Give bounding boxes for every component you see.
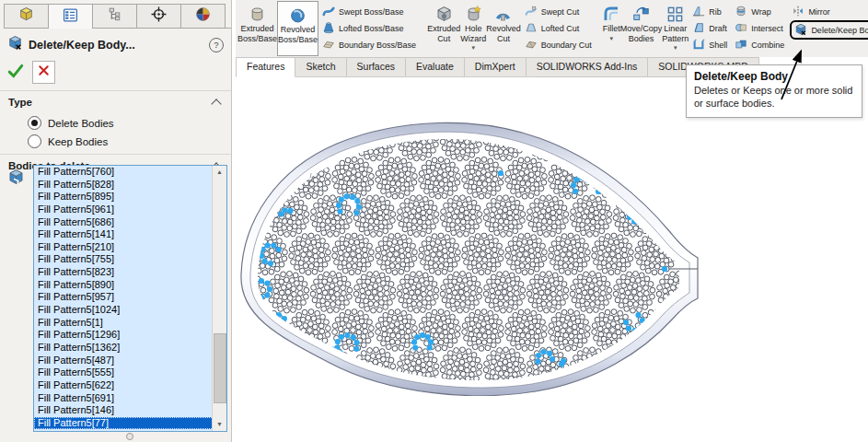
manager-tab-configuration-manager[interactable] [92,4,137,28]
intersect-icon [735,21,747,36]
type-section-header[interactable]: Type [0,91,231,111]
scrollbar-thumb[interactable] [214,333,226,403]
mirror-button[interactable]: Mirror [790,4,868,19]
cancel-button[interactable] [32,61,55,84]
list-scrollbar[interactable]: ▲ ▼ [212,166,226,431]
list-item[interactable]: Fill Pattern5[1362] [34,342,226,355]
list-item[interactable]: Fill Pattern5[1024] [34,304,226,317]
hole-wizard-button[interactable]: HoleWizard ▾ [460,1,486,56]
list-item[interactable]: Fill Pattern5[622] [34,379,226,392]
ok-button[interactable] [7,63,24,83]
type-section-title: Type [8,97,32,108]
combine-button[interactable]: Combine [733,37,786,52]
solid-body-icon [7,169,25,190]
delete-keep-body-button[interactable]: Delete/Keep Body [790,20,868,40]
list-item[interactable]: Fill Pattern5[823] [34,266,226,279]
tab-dimxpert[interactable]: DimXpert [464,57,527,77]
button-label: Lofted Cut [541,24,580,33]
radio-delete-bodies[interactable]: Delete Bodies [28,116,231,130]
list-item[interactable]: Fill Pattern5[141] [34,228,226,241]
tab-solidworks-add-ins[interactable]: SOLIDWORKS Add-Ins [526,57,649,77]
mirror-icon [792,5,804,19]
list-item[interactable]: Fill Pattern5[828] [34,179,226,192]
manager-tab-display-manager[interactable] [180,4,226,28]
swept-cut-button[interactable]: Swept Cut [523,4,594,19]
linear-pattern-icon [666,4,684,24]
manager-tab-feature-manager[interactable] [4,4,49,28]
draft-icon [692,21,705,36]
fillet-icon [603,4,620,24]
collapse-chevron-icon [211,99,221,109]
list-item[interactable]: Fill Pattern5[487] [34,355,226,367]
command-manager-tabs: FeaturesSketchSurfacesEvaluateDimXpertSO… [236,57,758,76]
delete-keep-body-icon [7,35,23,54]
type-radio-group: Delete Bodies Keep Bodies [0,116,231,148]
tab-evaluate[interactable]: Evaluate [405,57,465,77]
lofted-cut-icon [525,21,538,36]
extruded-cut-icon [435,4,453,24]
tab-features[interactable]: Features [236,57,295,77]
list-item[interactable]: Fill Pattern5[957] [34,291,226,304]
dropdown-arrow-icon[interactable]: ▾ [471,44,475,51]
rib-icon [692,5,705,19]
extruded-boss-base-button[interactable]: ExtrudedBoss/Base [237,1,277,56]
revolved-cut-icon [494,4,512,24]
list-item[interactable]: Fill Pattern5[210] [34,241,226,254]
display-icon [195,6,211,26]
button-label: Wrap [751,7,770,17]
dropdown-arrow-icon[interactable]: ▾ [610,35,614,41]
panel-resize-handle[interactable] [126,433,133,440]
revolved-cut-button[interactable]: RevolvedCut [486,1,521,56]
list-item[interactable]: Fill Pattern5[1296] [34,329,226,342]
fillet-button[interactable]: Fillet ▾ [603,1,620,56]
manager-tab-dimxpert-manager[interactable] [136,4,181,28]
linear-pattern-button[interactable]: LinearPattern ▾ [662,1,689,56]
list-item[interactable]: Fill Pattern5[146] [34,404,226,417]
tab-sketch[interactable]: Sketch [295,57,346,77]
list-item[interactable]: Fill Pattern5[686] [34,216,226,229]
graphics-viewport-model[interactable] [232,118,703,396]
draft-button[interactable]: Draft [690,20,729,36]
button-label: ExtrudedCut [427,24,460,43]
list-item[interactable]: Fill Pattern5[555] [34,366,226,379]
dropdown-arrow-icon[interactable]: ▾ [674,44,677,51]
list-item[interactable]: Fill Pattern5[890] [34,279,226,292]
lofted-boss-base-button[interactable]: Lofted Boss/Base [320,20,418,36]
tab-surfaces[interactable]: Surfaces [346,57,406,77]
revolved-boss-base-button[interactable]: RevolvedBoss/Base [277,1,318,56]
button-label: RevolvedBoss/Base [278,25,318,44]
list-item[interactable]: Fill Pattern5[895] [34,191,226,204]
manager-tab-property-manager[interactable] [48,4,93,29]
property-manager-actions [0,58,231,90]
move-copy-bodies-button[interactable]: Move/CopyBodies [620,1,663,56]
button-label: Move/CopyBodies [620,24,663,43]
list-item[interactable]: Fill Pattern5[1] [34,317,226,330]
list-item[interactable]: Fill Pattern5[760] [34,166,226,179]
bodies-to-delete-list[interactable]: Fill Pattern5[760]Fill Pattern5[828]Fill… [33,165,227,432]
list-item[interactable]: Fill Pattern5[755] [34,253,226,266]
button-label: Combine [751,41,784,50]
radio-keep-bodies[interactable]: Keep Bodies [28,134,231,148]
lofted-cut-button[interactable]: Lofted Cut [523,20,594,36]
scroll-down-icon[interactable]: ▼ [213,418,226,431]
intersect-button[interactable]: Intersect [733,20,786,36]
boundary-cut-button[interactable]: Boundary Cut [523,37,594,52]
shell-button[interactable]: Shell [690,37,729,52]
list-item[interactable]: Fill Pattern5[77] [34,417,226,430]
wrap-button[interactable]: Wrap [733,4,786,19]
swept-boss-base-button[interactable]: Swept Boss/Base [320,4,418,19]
scroll-up-icon[interactable]: ▲ [213,166,226,179]
button-label: Mirror [808,7,830,17]
button-label: Boundary Boss/Base [339,41,416,50]
list-item[interactable]: Fill Pattern5[691] [34,392,226,405]
page-title: Delete/Keep Body... [29,39,203,52]
extruded-cut-button[interactable]: ExtrudedCut [427,1,460,56]
list-item[interactable]: Fill Pattern5[961] [34,204,226,216]
property-manager-header: Delete/Keep Body... ? [0,29,231,58]
help-icon[interactable]: ? [209,38,224,52]
swept-boss-icon [322,5,335,19]
part-icon [18,6,34,26]
boundary-boss-base-button[interactable]: Boundary Boss/Base [320,37,418,52]
rib-button[interactable]: Rib [690,4,729,19]
dimxpert-icon [151,6,167,26]
